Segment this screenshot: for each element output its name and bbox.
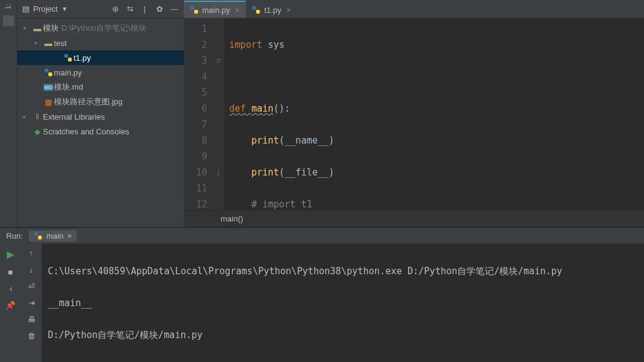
tree-folder-test[interactable]: ▾ ▬ test — [17, 36, 184, 50]
console-line: C:\Users\40859\AppData\Local\Programs\Py… — [48, 263, 638, 279]
tree-file-main[interactable]: main.py — [17, 65, 184, 80]
image-file-icon: ▦ — [43, 98, 54, 107]
chevron-right-icon[interactable]: ▸ — [23, 114, 31, 120]
svg-rect-5 — [194, 10, 198, 13]
structure-toolwindow-icon[interactable] — [3, 15, 14, 26]
svg-rect-2 — [45, 69, 48, 72]
tab-main[interactable]: main.py × — [184, 1, 246, 18]
close-icon[interactable]: × — [67, 231, 72, 241]
line-number[interactable]: 9 — [184, 148, 207, 164]
tree-file-md[interactable]: MD 模块.md — [17, 80, 184, 94]
tree-scratches-label: Scratches and Consoles — [43, 127, 129, 136]
hide-icon[interactable]: — — [169, 4, 179, 13]
chevron-down-icon: ▼ — [61, 6, 67, 12]
code-content[interactable]: import sys def main(): print(__name__) p… — [224, 18, 644, 210]
fold-end-icon[interactable]: ⌊ — [213, 164, 224, 180]
project-toolbar: ▤ Project ▼ ⊕ ⇆ | ✿ — — [17, 0, 184, 18]
fold-gutter[interactable]: ⊟ ⌊ — [213, 18, 224, 210]
run-label: Run: — [6, 231, 23, 241]
svg-rect-8 — [34, 232, 38, 236]
tab-label: main.py — [202, 6, 230, 15]
fold-marker-icon[interactable]: ⊟ — [213, 53, 224, 69]
tree-external-libraries[interactable]: ▸ ⫴ External Libraries — [17, 109, 184, 124]
run-tab[interactable]: main × — [29, 230, 77, 242]
tab-label: t1.py — [264, 6, 281, 15]
tab-t1[interactable]: t1.py × — [246, 1, 297, 18]
editor-tabs: main.py × t1.py × — [184, 0, 644, 18]
svg-rect-0 — [64, 54, 68, 58]
print-icon[interactable]: 🖶 — [28, 315, 36, 324]
toolwindow-stripe[interactable]: 1:项目 — [0, 0, 17, 227]
python-file-icon — [34, 231, 42, 240]
tree-file-label: main.py — [54, 68, 82, 77]
python-file-icon — [43, 68, 54, 77]
line-number[interactable]: 12 — [184, 196, 207, 210]
up-icon[interactable]: ↑ — [29, 248, 34, 258]
tree-root-path: D:\Python自学笔记\模块 — [61, 23, 146, 34]
rerun-button[interactable]: ▶ — [7, 248, 14, 260]
breadcrumb[interactable]: main() — [184, 210, 644, 227]
stop-button[interactable]: ■ — [8, 268, 13, 277]
line-number[interactable]: 6 — [184, 101, 207, 117]
console-line: 10 — [48, 359, 638, 362]
svg-rect-6 — [252, 6, 256, 10]
line-number[interactable]: 11 — [184, 180, 207, 196]
run-toolbar-right: ↑ ↓ ⏎ ⇥ 🖶 🗑 — [21, 244, 42, 362]
tree-file-img[interactable]: ▦ 模块路径示意图.jpg — [17, 94, 184, 109]
line-number[interactable]: 3 — [184, 53, 207, 69]
collapse-all-icon[interactable]: ⇆ — [125, 4, 135, 13]
python-file-icon — [252, 6, 260, 14]
line-gutter[interactable]: 1 2 3 4 5 6 7 8 9 10 11 12 — [184, 18, 213, 210]
line-number[interactable]: 8 — [184, 133, 207, 148]
close-icon[interactable]: × — [235, 6, 240, 15]
project-tree[interactable]: ▾ ▬ 模块 D:\Python自学笔记\模块 ▾ ▬ test t1.py — [17, 18, 184, 227]
close-icon[interactable]: × — [286, 6, 291, 15]
line-number[interactable]: 7 — [184, 117, 207, 133]
run-header: Run: main × — [0, 228, 644, 244]
line-number[interactable]: 4 — [184, 69, 207, 85]
tree-root[interactable]: ▾ ▬ 模块 D:\Python自学笔记\模块 — [17, 21, 184, 36]
run-toolbar-left: ▶ ■ ⫞ 📌 — [0, 244, 21, 362]
console-line: D:/Python自学笔记/模块/main.py — [48, 327, 638, 343]
svg-rect-9 — [38, 236, 42, 239]
layout-button[interactable]: ⫞ — [9, 284, 13, 293]
project-view-label: Project — [33, 4, 58, 13]
tree-scratches[interactable]: ◆ Scratches and Consoles — [17, 124, 184, 139]
python-file-icon — [63, 53, 74, 62]
run-panel: Run: main × ▶ ■ ⫞ 📌 ↑ ↓ ⏎ ⇥ 🖶 🗑 C:\Users… — [0, 227, 644, 362]
svg-rect-3 — [48, 72, 52, 76]
tree-root-label: 模块 — [43, 23, 59, 34]
code-editor[interactable]: 1 2 3 4 5 6 7 8 9 10 11 12 ⊟ ⌊ import sy… — [184, 18, 644, 210]
scratches-icon: ◆ — [32, 127, 43, 136]
down-icon[interactable]: ↓ — [29, 265, 34, 274]
project-toolwindow-label[interactable]: 1:项目 — [4, 4, 13, 9]
run-tab-label: main — [46, 231, 63, 241]
line-number[interactable]: 10 — [184, 164, 207, 180]
tree-file-label: 模块.md — [54, 82, 83, 93]
chevron-down-icon[interactable]: ▾ — [23, 25, 31, 31]
gear-icon[interactable]: ✿ — [154, 4, 164, 13]
line-number[interactable]: 1 — [184, 21, 207, 37]
locate-icon[interactable]: ⊕ — [110, 4, 120, 13]
editor-area: main.py × t1.py × 1 2 3 4 5 6 7 8 9 10 1 — [184, 0, 644, 227]
divider: | — [140, 4, 150, 13]
python-file-icon — [190, 6, 199, 14]
tree-folder-label: test — [54, 39, 67, 48]
folder-icon: ▬ — [32, 24, 43, 33]
chevron-down-icon[interactable]: ▾ — [34, 40, 42, 46]
project-view-selector[interactable]: ▤ Project ▼ — [22, 4, 67, 13]
console-line: __main__ — [48, 295, 638, 311]
tree-file-label: t1.py — [74, 53, 91, 63]
svg-rect-1 — [68, 58, 72, 61]
tree-file-t1[interactable]: t1.py — [17, 50, 184, 65]
trash-icon[interactable]: 🗑 — [28, 331, 36, 341]
breadcrumb-item[interactable]: main() — [221, 214, 243, 223]
svg-rect-4 — [191, 6, 194, 10]
pin-button[interactable]: 📌 — [6, 301, 15, 310]
line-number[interactable]: 2 — [184, 37, 207, 53]
scroll-to-end-icon[interactable]: ⇥ — [28, 298, 35, 307]
folder-icon: ▬ — [43, 39, 54, 48]
line-number[interactable]: 5 — [184, 85, 207, 101]
console-output[interactable]: C:\Users\40859\AppData\Local\Programs\Py… — [42, 244, 644, 362]
soft-wrap-icon[interactable]: ⏎ — [28, 282, 35, 291]
